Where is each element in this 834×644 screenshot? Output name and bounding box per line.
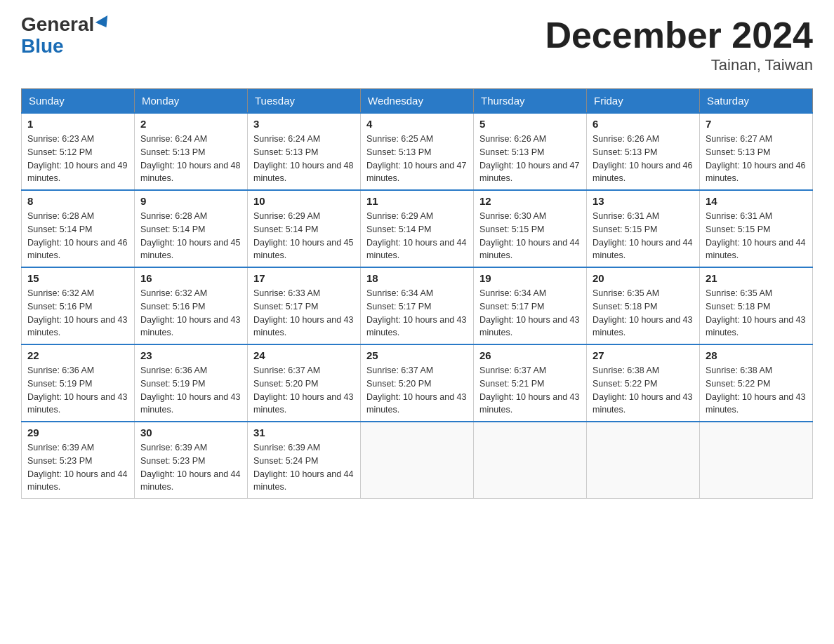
day-info: Sunrise: 6:39 AM Sunset: 5:24 PM Dayligh… [253,441,355,494]
logo-general-text: General [21,13,94,35]
day-number: 8 [27,195,128,207]
day-number: 13 [593,195,694,207]
table-row: 18 Sunrise: 6:34 AM Sunset: 5:17 PM Dayl… [361,267,474,344]
day-number: 14 [706,195,807,207]
location: Tainan, Taiwan [545,56,813,74]
logo: General Blue [21,14,111,58]
day-number: 31 [253,427,355,438]
day-info: Sunrise: 6:36 AM Sunset: 5:19 PM Dayligh… [140,364,241,417]
col-tuesday: Tuesday [248,89,361,114]
day-number: 2 [140,118,241,130]
table-row: 27 Sunrise: 6:38 AM Sunset: 5:22 PM Dayl… [587,344,700,422]
table-row: 12 Sunrise: 6:30 AM Sunset: 5:15 PM Dayl… [474,190,587,267]
table-row: 26 Sunrise: 6:37 AM Sunset: 5:21 PM Dayl… [474,344,587,422]
day-info: Sunrise: 6:25 AM Sunset: 5:13 PM Dayligh… [366,133,468,185]
day-info: Sunrise: 6:23 AM Sunset: 5:12 PM Dayligh… [27,133,128,185]
day-info: Sunrise: 6:35 AM Sunset: 5:18 PM Dayligh… [706,287,807,340]
day-info: Sunrise: 6:39 AM Sunset: 5:23 PM Dayligh… [27,441,128,494]
day-number: 15 [27,272,128,284]
table-row: 24 Sunrise: 6:37 AM Sunset: 5:20 PM Dayl… [248,344,361,422]
table-row: 17 Sunrise: 6:33 AM Sunset: 5:17 PM Dayl… [248,267,361,344]
table-row: 5 Sunrise: 6:26 AM Sunset: 5:13 PM Dayli… [474,113,587,190]
day-info: Sunrise: 6:33 AM Sunset: 5:17 PM Dayligh… [253,287,355,340]
day-info: Sunrise: 6:32 AM Sunset: 5:16 PM Dayligh… [140,287,241,340]
table-row: 7 Sunrise: 6:27 AM Sunset: 5:13 PM Dayli… [700,113,813,190]
day-info: Sunrise: 6:27 AM Sunset: 5:13 PM Dayligh… [706,133,807,185]
day-info: Sunrise: 6:28 AM Sunset: 5:14 PM Dayligh… [27,210,128,262]
day-number: 23 [140,349,241,361]
table-row: 21 Sunrise: 6:35 AM Sunset: 5:18 PM Dayl… [700,267,813,344]
logo-blue-text: Blue [21,36,111,58]
table-row: 15 Sunrise: 6:32 AM Sunset: 5:16 PM Dayl… [22,267,135,344]
day-number: 11 [366,195,468,207]
day-number: 5 [479,118,581,130]
day-number: 18 [366,272,468,284]
page-header: General Blue December 2024 Tainan, Taiwa… [21,14,813,74]
day-info: Sunrise: 6:32 AM Sunset: 5:16 PM Dayligh… [27,287,128,340]
table-row: 14 Sunrise: 6:31 AM Sunset: 5:15 PM Dayl… [700,190,813,267]
table-row: 19 Sunrise: 6:34 AM Sunset: 5:17 PM Dayl… [474,267,587,344]
title-section: December 2024 Tainan, Taiwan [545,14,813,74]
day-number: 10 [253,195,355,207]
day-number: 27 [593,349,694,361]
table-row: 28 Sunrise: 6:38 AM Sunset: 5:22 PM Dayl… [700,344,813,422]
day-number: 19 [479,272,581,284]
col-friday: Friday [587,89,700,114]
col-sunday: Sunday [22,89,135,114]
table-row: 25 Sunrise: 6:37 AM Sunset: 5:20 PM Dayl… [361,344,474,422]
col-wednesday: Wednesday [361,89,474,114]
day-info: Sunrise: 6:26 AM Sunset: 5:13 PM Dayligh… [593,133,694,185]
table-row [587,422,700,499]
table-row: 9 Sunrise: 6:28 AM Sunset: 5:14 PM Dayli… [135,190,248,267]
day-info: Sunrise: 6:38 AM Sunset: 5:22 PM Dayligh… [593,364,694,417]
month-title: December 2024 [545,14,813,56]
day-number: 30 [140,427,241,438]
day-number: 4 [366,118,468,130]
table-row: 23 Sunrise: 6:36 AM Sunset: 5:19 PM Dayl… [135,344,248,422]
day-info: Sunrise: 6:28 AM Sunset: 5:14 PM Dayligh… [140,210,241,262]
table-row: 3 Sunrise: 6:24 AM Sunset: 5:13 PM Dayli… [248,113,361,190]
day-number: 29 [27,427,128,438]
day-number: 26 [479,349,581,361]
day-info: Sunrise: 6:24 AM Sunset: 5:13 PM Dayligh… [253,133,355,185]
day-number: 1 [27,118,128,130]
day-info: Sunrise: 6:34 AM Sunset: 5:17 PM Dayligh… [366,287,468,340]
day-number: 22 [27,349,128,361]
day-number: 28 [706,349,807,361]
calendar-week-row: 8 Sunrise: 6:28 AM Sunset: 5:14 PM Dayli… [22,190,813,267]
table-row [361,422,474,499]
day-number: 9 [140,195,241,207]
day-number: 3 [253,118,355,130]
day-number: 12 [479,195,581,207]
table-row: 22 Sunrise: 6:36 AM Sunset: 5:19 PM Dayl… [22,344,135,422]
day-info: Sunrise: 6:30 AM Sunset: 5:15 PM Dayligh… [479,210,581,262]
table-row [474,422,587,499]
table-row: 10 Sunrise: 6:29 AM Sunset: 5:14 PM Dayl… [248,190,361,267]
day-number: 6 [593,118,694,130]
day-info: Sunrise: 6:24 AM Sunset: 5:13 PM Dayligh… [140,133,241,185]
calendar-header-row: Sunday Monday Tuesday Wednesday Thursday… [22,89,813,114]
table-row: 29 Sunrise: 6:39 AM Sunset: 5:23 PM Dayl… [22,422,135,499]
day-number: 21 [706,272,807,284]
table-row: 31 Sunrise: 6:39 AM Sunset: 5:24 PM Dayl… [248,422,361,499]
calendar-week-row: 29 Sunrise: 6:39 AM Sunset: 5:23 PM Dayl… [22,422,813,499]
day-info: Sunrise: 6:35 AM Sunset: 5:18 PM Dayligh… [593,287,694,340]
calendar-week-row: 15 Sunrise: 6:32 AM Sunset: 5:16 PM Dayl… [22,267,813,344]
calendar-week-row: 1 Sunrise: 6:23 AM Sunset: 5:12 PM Dayli… [22,113,813,190]
col-thursday: Thursday [474,89,587,114]
table-row: 6 Sunrise: 6:26 AM Sunset: 5:13 PM Dayli… [587,113,700,190]
table-row [700,422,813,499]
day-number: 20 [593,272,694,284]
day-number: 7 [706,118,807,130]
logo-triangle-icon [95,15,112,31]
table-row: 2 Sunrise: 6:24 AM Sunset: 5:13 PM Dayli… [135,113,248,190]
table-row: 8 Sunrise: 6:28 AM Sunset: 5:14 PM Dayli… [22,190,135,267]
col-monday: Monday [135,89,248,114]
day-info: Sunrise: 6:37 AM Sunset: 5:21 PM Dayligh… [479,364,581,417]
day-info: Sunrise: 6:37 AM Sunset: 5:20 PM Dayligh… [253,364,355,417]
day-info: Sunrise: 6:26 AM Sunset: 5:13 PM Dayligh… [479,133,581,185]
day-number: 25 [366,349,468,361]
day-info: Sunrise: 6:39 AM Sunset: 5:23 PM Dayligh… [140,441,241,494]
col-saturday: Saturday [700,89,813,114]
day-info: Sunrise: 6:38 AM Sunset: 5:22 PM Dayligh… [706,364,807,417]
